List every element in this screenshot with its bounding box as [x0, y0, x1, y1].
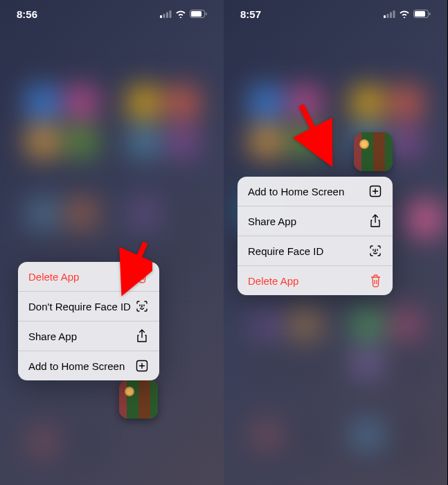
svg-rect-15	[415, 11, 425, 17]
svg-rect-0	[160, 15, 162, 18]
add-home-item[interactable]: Add to Home Screen	[18, 351, 159, 380]
menu-label: Add to Home Screen	[248, 186, 344, 197]
share-icon	[135, 329, 149, 343]
plus-box-icon	[135, 359, 149, 373]
svg-rect-1	[163, 14, 165, 18]
svg-line-19	[301, 105, 328, 157]
phone-right: 8:57 Add to Home Screen Share App Requir…	[224, 0, 447, 485]
menu-label: Share App	[28, 330, 77, 342]
svg-rect-13	[393, 10, 395, 18]
annotation-arrow	[90, 239, 152, 304]
svg-rect-6	[206, 12, 207, 15]
menu-label: Delete App	[28, 271, 79, 283]
signal-icon	[160, 10, 172, 18]
svg-rect-10	[384, 15, 386, 18]
menu-label: Require Face ID	[248, 245, 323, 257]
share-icon	[368, 214, 382, 228]
svg-rect-3	[170, 10, 172, 18]
menu-label: Delete App	[248, 275, 298, 287]
battery-icon	[190, 10, 207, 18]
status-bar: 8:57	[224, 0, 447, 28]
svg-line-9	[126, 242, 145, 286]
plus-box-icon	[368, 184, 382, 198]
svg-rect-16	[429, 12, 431, 15]
svg-rect-5	[191, 11, 201, 17]
clock: 8:57	[240, 8, 261, 20]
annotation-arrow	[293, 102, 355, 174]
share-app-item[interactable]: Share App	[18, 321, 159, 351]
status-icons	[160, 10, 207, 18]
phone-left: 8:56 Delete App Don't Require Face ID Sh…	[0, 0, 224, 485]
menu-label: Add to Home Screen	[28, 360, 125, 372]
delete-app-item[interactable]: Delete App	[238, 266, 393, 295]
wifi-icon	[399, 10, 410, 18]
signal-icon	[384, 10, 395, 18]
battery-icon	[413, 10, 431, 18]
trash-icon	[368, 274, 382, 288]
app-icon[interactable]	[119, 380, 158, 418]
require-faceid-item[interactable]: Require Face ID	[238, 236, 393, 266]
status-icons	[384, 10, 431, 18]
share-app-item[interactable]: Share App	[238, 206, 393, 236]
app-icon[interactable]	[354, 132, 393, 171]
svg-rect-2	[166, 12, 168, 18]
faceid-icon	[368, 244, 382, 258]
context-menu: Add to Home Screen Share App Require Fac…	[238, 177, 393, 295]
status-bar: 8:56	[0, 0, 224, 28]
add-home-item[interactable]: Add to Home Screen	[238, 177, 393, 206]
wifi-icon	[175, 10, 186, 18]
svg-rect-11	[387, 14, 389, 18]
menu-label: Share App	[248, 215, 296, 227]
svg-rect-12	[390, 12, 392, 18]
clock: 8:56	[17, 8, 37, 20]
